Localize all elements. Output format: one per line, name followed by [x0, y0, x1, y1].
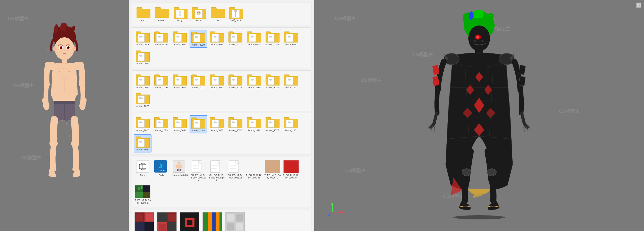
folder-armor0045[interactable]: Armor_0045	[264, 30, 281, 48]
folder-armor1081[interactable]: Armor_1081	[282, 115, 300, 133]
svg-rect-81	[286, 34, 293, 42]
armor1019-label: Armor_1019	[248, 86, 260, 89]
file-tex-body-m[interactable]: T_PC_M_D_Bo dy_0000_M	[282, 159, 300, 183]
armor1077-label: Armor_1077	[266, 129, 279, 132]
svg-rect-157	[199, 161, 201, 163]
armor1021-label: Armor_1021	[285, 86, 298, 89]
svg-rect-63	[175, 34, 182, 42]
svg-point-43	[197, 11, 201, 15]
folder-staff0019[interactable]: Staff_0019	[227, 5, 244, 23]
armor0016-label: Armor_0016	[155, 43, 168, 46]
file-tex-body-c[interactable]: T_PC_M_D_Bo dy_0000_C	[264, 159, 281, 183]
folder-armor0037[interactable]: Armor_0037	[227, 30, 244, 48]
file-screenshot[interactable]: screenshot03 0	[171, 159, 189, 183]
folder-armor0064[interactable]: Armor_0064	[134, 73, 151, 90]
folder-face[interactable]: Face	[190, 5, 207, 23]
svg-rect-180	[145, 222, 154, 231]
character-left-container	[0, 0, 129, 231]
tex-armor1045-b1-preview	[157, 212, 177, 231]
svg-point-11	[59, 71, 61, 72]
svg-point-7	[68, 47, 69, 48]
folder-armor1012[interactable]: Armor_1012	[208, 73, 226, 90]
file-tex-body-b[interactable]: T_PC_M_D_Bo dy_0000_B	[245, 159, 263, 183]
svg-point-150	[177, 161, 181, 165]
folder-armor1057[interactable]: Armor_1057	[227, 115, 244, 133]
armor-row3-grid: Armor_1028 Armor_1029 Armor_1044 Armor_1…	[134, 115, 309, 152]
tex-armor1045-c[interactable]: T_PC_M_A_Arm or_1045_C	[179, 212, 200, 231]
folder-armor1056[interactable]: Armor_1056	[208, 115, 226, 133]
tex-armor1045-b[interactable]: T_PC_M_A_Arm or_1045_B	[134, 212, 155, 231]
folder-armor0040[interactable]: Armor_0040	[245, 30, 263, 48]
folder-armor1000[interactable]: Armor_1000	[152, 73, 170, 90]
folder-armor1082[interactable]: Armor_1082	[134, 134, 151, 152]
folder-armor1020[interactable]: Armor_1020	[264, 73, 281, 90]
folder-icon-armor	[155, 6, 169, 18]
svg-rect-32	[155, 9, 169, 18]
svg-rect-102	[231, 77, 237, 85]
tex-armor1045-s[interactable]: T_PC_M_A_Arm or_1045_S	[225, 212, 245, 231]
file-sk-body-psk-label: SK_PC_M_D_B ody_0000.psk	[190, 174, 207, 182]
char-thumbnail-icon	[173, 160, 185, 173]
folder-armor1029[interactable]: Armor_1029	[152, 115, 170, 133]
svg-rect-90	[156, 77, 163, 85]
folder-hair[interactable]: Hair	[208, 5, 226, 23]
file-sk-hair-psk[interactable]: SK_PC_M_D_ Hair_0011.ps	[227, 159, 244, 183]
svg-point-45	[199, 12, 200, 13]
folder-armor1045[interactable]: Armor_1045	[190, 115, 207, 133]
svg-rect-227	[519, 76, 526, 86]
armor1076-label: Armor_1076	[248, 129, 260, 132]
file-sk-face-psk[interactable]: SK_PC_M_D_F ace_0000.psk	[208, 159, 226, 183]
svg-rect-195	[216, 212, 219, 231]
svg-rect-99	[212, 77, 219, 85]
svg-rect-173	[135, 192, 143, 198]
folder-armor1044[interactable]: Armor_1044	[171, 115, 189, 133]
folder-armor1022[interactable]: Armor_1022	[134, 91, 151, 109]
folder-armor[interactable]: Armor	[152, 5, 170, 23]
svg-rect-60	[156, 34, 163, 42]
folder-armor0062[interactable]: Armor_0062	[134, 49, 151, 66]
armor-row3-section: Armor_1028 Armor_1029 Armor_1044 Armor_1…	[132, 113, 311, 155]
folder-ani[interactable]: Ani	[134, 5, 151, 23]
svg-rect-181	[136, 214, 143, 221]
armor-row1-grid: Armor_0011 Armor_0016 Armor_0022 Armor_0…	[134, 30, 309, 66]
file-body-3d[interactable]: Body	[134, 159, 151, 183]
folder-armor0011[interactable]: Armor_0011	[134, 30, 151, 48]
folder-armor1011[interactable]: Armor_1011	[190, 73, 207, 90]
svg-rect-126	[193, 120, 200, 128]
folder-armor1019[interactable]: Armor_1019	[245, 73, 263, 90]
svg-point-207	[481, 40, 484, 42]
folder-armor1004[interactable]: Armor_1004	[171, 73, 189, 90]
file-tex-body-s-label: T_PC_M_D_Bo dy_0000_S	[134, 199, 151, 204]
folder-armor0022[interactable]: Armor_0022	[171, 30, 189, 48]
armor1000-label: Armor_1000	[155, 86, 168, 89]
svg-rect-135	[249, 120, 256, 127]
folder-icon-hair	[211, 6, 225, 18]
file-body-max[interactable]: 3 MAX Body	[152, 159, 170, 183]
file-tex-body-s[interactable]: T_PC_M_D_Bo dy_0000_S	[134, 184, 151, 206]
folder-armor0029[interactable]: Armor_0029	[190, 30, 207, 48]
folder-icon-ani	[137, 6, 150, 18]
svg-rect-198	[227, 214, 234, 221]
tex-armor1045-b1[interactable]: T_PC_M_A_Arm or_1045_B1	[157, 212, 177, 231]
folder-armor1077[interactable]: Armor_1077	[264, 115, 281, 133]
folder-armor1016[interactable]: Armor_1016	[227, 73, 244, 90]
folder-body[interactable]: Body	[171, 5, 189, 23]
folder-armor0016[interactable]: Armor_0016	[152, 30, 170, 48]
folder-armor1028[interactable]: Armor_1028	[134, 115, 151, 133]
file-sk-body-psk[interactable]: SK_PC_M_D_B ody_0000.psk	[190, 159, 207, 183]
armor1028-label: Armor_1028	[136, 129, 149, 132]
armor1022-label: Armor_1022	[136, 105, 149, 108]
file-browser-panel: Ani Armor	[129, 0, 314, 231]
svg-rect-84	[138, 53, 145, 61]
folder-armor1076[interactable]: Armor_1076	[245, 115, 263, 133]
folder-ani-label: Ani	[141, 19, 144, 22]
armor0037-label: Armor_0037	[229, 43, 242, 46]
svg-point-9	[72, 46, 76, 51]
folder-staff0019-label: Staff_0019	[230, 19, 241, 22]
folder-armor1021[interactable]: Armor_1021	[282, 73, 300, 90]
folder-armor0033[interactable]: Armor_0033	[208, 30, 226, 48]
svg-rect-153	[181, 165, 182, 168]
tex-armor1045-m[interactable]: T_PC_M_A_Arm or_1045_M	[202, 212, 223, 231]
svg-rect-48	[211, 9, 225, 18]
folder-armor0052[interactable]: Armor_0052	[282, 30, 300, 48]
